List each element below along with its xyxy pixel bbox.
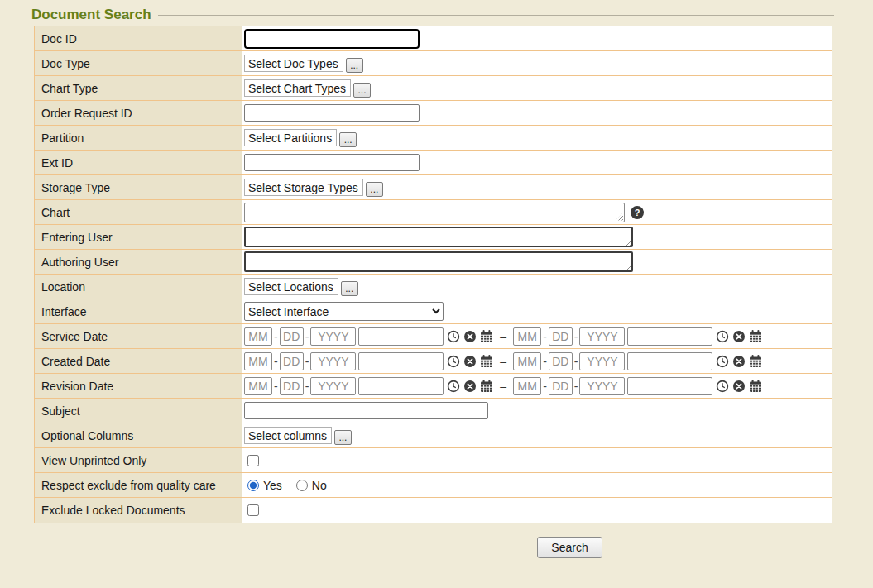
- storage-type-label: Storage Type: [35, 175, 242, 199]
- service-date-from-month-input[interactable]: [244, 327, 272, 346]
- service-date-label: Service Date: [35, 324, 242, 348]
- clock-icon[interactable]: [446, 329, 460, 343]
- clear-icon[interactable]: [731, 329, 746, 343]
- service-date-from-day-input[interactable]: [280, 327, 304, 346]
- partition-field: Select Partitions ...: [242, 127, 832, 149]
- storage-type-picker-value: Select Storage Types: [244, 179, 363, 196]
- clear-icon[interactable]: [463, 379, 477, 393]
- date-separator: -: [574, 355, 578, 368]
- view-unprinted-only-checkbox[interactable]: [247, 455, 259, 466]
- service-date-to-month-input[interactable]: [513, 327, 541, 346]
- clock-icon[interactable]: [446, 354, 460, 368]
- clock-icon[interactable]: [446, 379, 460, 393]
- clear-icon[interactable]: [731, 354, 746, 368]
- revision-date-to-day-input[interactable]: [549, 377, 573, 395]
- doc-type-picker-button[interactable]: ...: [346, 58, 363, 73]
- authoring-user-input[interactable]: [244, 251, 633, 272]
- row-interface: Interface Select Interface: [35, 299, 832, 324]
- order-request-id-input[interactable]: [244, 104, 420, 122]
- service-date-to-day-input[interactable]: [549, 327, 573, 346]
- search-form-grid: Doc ID Doc Type Select Doc Types ... Cha…: [34, 26, 832, 523]
- calendar-icon[interactable]: [479, 354, 493, 368]
- entering-user-input[interactable]: [244, 227, 633, 247]
- row-doc-id: Doc ID: [35, 26, 832, 51]
- revision-date-from-year-input[interactable]: [310, 377, 356, 395]
- revision-date-label: Revision Date: [35, 374, 242, 398]
- entering-user-label: Entering User: [35, 225, 242, 249]
- calendar-icon[interactable]: [748, 354, 762, 368]
- chart-field: ?: [242, 201, 832, 224]
- revision-date-from-day-input[interactable]: [280, 377, 304, 395]
- location-picker-button[interactable]: ...: [341, 281, 358, 296]
- subject-label: Subject: [35, 399, 242, 423]
- location-field: Select Locations ...: [242, 275, 832, 298]
- clock-icon[interactable]: [715, 329, 729, 343]
- optional-columns-picker-button[interactable]: ...: [334, 430, 352, 445]
- quality-care-no-radio[interactable]: [296, 480, 308, 491]
- partition-picker-button[interactable]: ...: [339, 132, 357, 147]
- service-date-to-year-input[interactable]: [579, 327, 625, 346]
- clear-icon[interactable]: [731, 379, 746, 393]
- quality-care-yes-label: Yes: [263, 479, 282, 492]
- chart-type-picker-button[interactable]: ...: [353, 83, 371, 98]
- revision-date-to-year-input[interactable]: [579, 377, 625, 395]
- created-date-to-time-input[interactable]: [627, 352, 712, 370]
- partition-label: Partition: [35, 126, 242, 150]
- calendar-icon[interactable]: [479, 329, 493, 343]
- ext-id-input[interactable]: [244, 154, 420, 171]
- date-separator: -: [543, 355, 547, 368]
- chart-label: Chart: [35, 200, 242, 224]
- row-authoring-user: Authoring User: [35, 250, 832, 275]
- clock-icon[interactable]: [715, 354, 729, 368]
- page-title: Document Search: [31, 7, 158, 23]
- date-separator: -: [274, 380, 278, 393]
- clock-icon[interactable]: [715, 379, 729, 393]
- revision-date-from-month-input[interactable]: [244, 377, 272, 395]
- interface-field: Select Interface: [242, 300, 832, 323]
- storage-type-picker-button[interactable]: ...: [366, 182, 383, 197]
- clear-icon[interactable]: [463, 354, 477, 368]
- calendar-icon[interactable]: [479, 379, 493, 393]
- calendar-icon[interactable]: [748, 379, 762, 393]
- interface-select[interactable]: Select Interface: [244, 302, 444, 321]
- quality-care-field: Yes No: [242, 477, 832, 494]
- authoring-user-input-wrapper: [244, 251, 633, 272]
- calendar-icon[interactable]: [748, 329, 762, 343]
- created-date-to-day-input[interactable]: [549, 352, 573, 370]
- search-button[interactable]: Search: [537, 537, 602, 558]
- revision-date-to-month-input[interactable]: [513, 377, 541, 395]
- service-date-to-time-input[interactable]: [627, 327, 712, 346]
- date-separator: -: [543, 380, 547, 393]
- order-request-id-label: Order Request ID: [35, 101, 242, 125]
- row-location: Location Select Locations ...: [35, 275, 832, 299]
- chart-input[interactable]: [244, 203, 625, 222]
- row-subject: Subject: [35, 399, 832, 423]
- service-date-from-time-input[interactable]: [358, 327, 444, 346]
- date-separator: -: [305, 380, 309, 393]
- doc-id-input[interactable]: [244, 29, 420, 49]
- row-partition: Partition Select Partitions ...: [35, 126, 832, 151]
- view-unprinted-only-field: [242, 453, 832, 468]
- revision-date-to-time-input[interactable]: [627, 377, 712, 395]
- entering-user-field: [242, 225, 832, 249]
- optional-columns-field: Select columns ...: [242, 424, 832, 447]
- exclude-locked-field: [242, 503, 832, 518]
- revision-date-from-time-input[interactable]: [358, 377, 444, 395]
- service-date-field: - - – - -: [242, 326, 832, 347]
- service-date-from-year-input[interactable]: [310, 327, 356, 346]
- subject-input[interactable]: [244, 402, 488, 419]
- exclude-locked-checkbox[interactable]: [247, 504, 259, 516]
- created-date-to-month-input[interactable]: [513, 352, 541, 370]
- created-date-from-time-input[interactable]: [358, 352, 444, 370]
- created-date-from-month-input[interactable]: [244, 352, 272, 370]
- optional-columns-label: Optional Columns: [35, 423, 242, 447]
- clear-icon[interactable]: [463, 329, 477, 343]
- created-date-from-year-input[interactable]: [310, 352, 356, 370]
- created-date-from-day-input[interactable]: [280, 352, 304, 370]
- document-search-fieldset: Document Search Doc ID Doc Type Select D…: [31, 7, 834, 523]
- quality-care-yes-radio[interactable]: [247, 480, 259, 491]
- created-date-to-year-input[interactable]: [579, 352, 625, 370]
- row-doc-type: Doc Type Select Doc Types ...: [35, 51, 832, 76]
- help-icon[interactable]: ?: [631, 206, 644, 219]
- authoring-user-field: [242, 250, 832, 274]
